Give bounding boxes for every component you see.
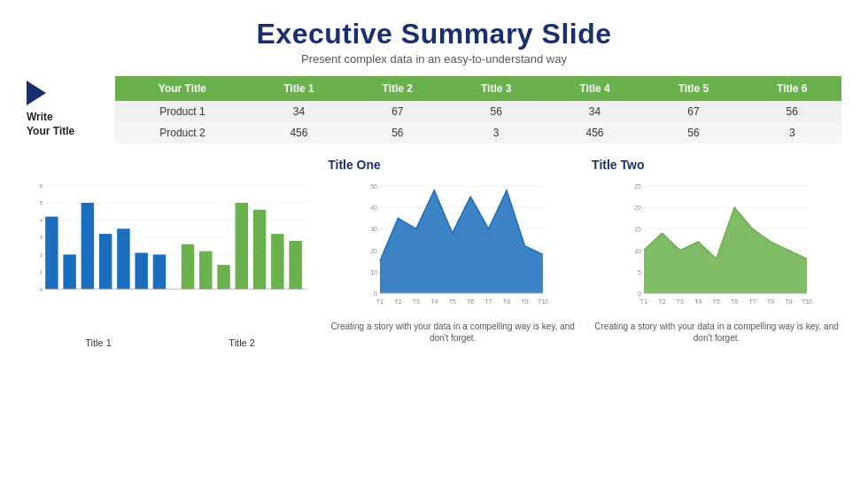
svg-rect-21: [182, 244, 194, 290]
svg-text:15: 15: [634, 226, 641, 232]
svg-text:0: 0: [638, 290, 641, 297]
bar-group2-label: Title 2: [229, 337, 255, 348]
svg-text:0: 0: [374, 290, 377, 297]
svg-text:T5: T5: [449, 298, 456, 305]
line-chart-1-svg: 01020304050T1T2T3T4T5T6T7T8T9T10: [328, 175, 577, 317]
svg-text:T6: T6: [467, 298, 474, 305]
svg-text:T3: T3: [413, 298, 420, 305]
svg-text:T8: T8: [503, 298, 510, 305]
svg-rect-16: [81, 203, 94, 289]
table-row: Product 2456563456563: [115, 122, 841, 143]
slide-subtitle: Present complex data in an easy-to-under…: [27, 52, 841, 66]
table-section: Write Your Title Your Title Title 1 Titl…: [27, 76, 841, 143]
line-chart-2-title: Title Two: [592, 158, 841, 172]
svg-text:T4: T4: [430, 298, 438, 305]
table-cell-0-2: 67: [348, 101, 446, 122]
svg-text:T5: T5: [713, 298, 720, 305]
line-chart-2: Title Two 0510152025T1T2T3T4T5T6T7T8T9T1…: [592, 158, 841, 344]
data-table: Your Title Title 1 Title 2 Title 3 Title…: [115, 76, 841, 143]
slide-title: Executive Summary Slide: [27, 18, 841, 50]
svg-text:1: 1: [40, 269, 43, 275]
col-header-5: Title 5: [644, 76, 742, 101]
svg-text:20: 20: [370, 248, 377, 254]
bar-chart-svg: 0123456: [27, 158, 314, 330]
bar-chart-labels: Title 1 Title 2: [27, 337, 314, 348]
table-cell-1-3: 3: [447, 122, 546, 143]
arrow-icon: [27, 81, 46, 105]
svg-rect-18: [117, 229, 129, 289]
svg-text:6: 6: [40, 183, 43, 189]
svg-text:40: 40: [370, 205, 377, 211]
svg-text:4: 4: [40, 218, 43, 223]
svg-text:0: 0: [40, 287, 43, 292]
table-cell-1-1: 456: [250, 122, 348, 143]
table-cell-1-5: 56: [644, 122, 742, 143]
svg-rect-22: [199, 252, 212, 290]
svg-rect-19: [135, 252, 147, 289]
bar-group1-label: Title 1: [85, 337, 112, 348]
svg-text:T2: T2: [394, 298, 401, 305]
line-chart-1: Title One 01020304050T1T2T3T4T5T6T7T8T9T…: [328, 158, 577, 344]
col-header-3: Title 3: [447, 76, 546, 101]
svg-text:T2: T2: [658, 298, 665, 305]
table-cell-1-2: 56: [348, 122, 446, 143]
line-chart-1-title: Title One: [328, 158, 577, 172]
table-row: Product 1346756346756: [115, 101, 841, 122]
svg-text:3: 3: [40, 235, 43, 240]
svg-text:T7: T7: [749, 298, 756, 305]
table-cell-1-0: Product 2: [115, 122, 250, 143]
svg-text:T1: T1: [376, 298, 384, 305]
svg-text:2: 2: [40, 252, 43, 258]
table-cell-0-0: Product 1: [115, 101, 250, 122]
table-cell-0-3: 56: [447, 101, 546, 122]
svg-rect-17: [99, 234, 112, 289]
slide: Executive Summary Slide Present complex …: [0, 0, 868, 488]
arrow-label: Write Your Title: [27, 81, 106, 138]
svg-text:T4: T4: [694, 298, 701, 305]
table-cell-0-5: 67: [644, 101, 742, 122]
svg-text:30: 30: [370, 226, 377, 232]
col-header-4: Title 4: [546, 76, 644, 101]
slide-header: Executive Summary Slide Present complex …: [27, 18, 841, 66]
svg-text:T6: T6: [731, 298, 738, 305]
col-header-0: Your Title: [115, 76, 250, 101]
svg-text:10: 10: [370, 269, 377, 275]
svg-rect-27: [289, 241, 301, 290]
col-header-1: Title 1: [250, 76, 348, 101]
table-header-row: Your Title Title 1 Title 2 Title 3 Title…: [115, 76, 841, 101]
svg-text:T7: T7: [485, 298, 492, 305]
bar-chart-container: 0123456 Title 1 Title 2: [27, 158, 314, 348]
row-label: Write Your Title: [27, 111, 74, 138]
svg-text:25: 25: [634, 183, 641, 190]
svg-text:T3: T3: [677, 298, 684, 305]
svg-text:T9: T9: [522, 298, 529, 305]
svg-text:T10: T10: [802, 298, 812, 305]
svg-text:20: 20: [634, 205, 641, 211]
table-cell-0-1: 34: [250, 101, 348, 122]
svg-rect-23: [217, 265, 229, 289]
svg-rect-26: [271, 234, 283, 289]
table-cell-0-4: 34: [546, 101, 644, 122]
col-header-6: Title 6: [743, 76, 841, 101]
svg-text:T9: T9: [786, 298, 793, 305]
line-chart-2-svg: 0510152025T1T2T3T4T5T6T7T8T9T10: [592, 175, 841, 317]
col-header-2: Title 2: [348, 76, 446, 101]
svg-text:5: 5: [638, 269, 641, 275]
svg-rect-20: [153, 254, 166, 289]
svg-text:10: 10: [634, 248, 641, 254]
svg-text:50: 50: [370, 183, 377, 190]
svg-text:5: 5: [40, 200, 43, 205]
table-cell-0-6: 56: [743, 101, 841, 122]
svg-text:T8: T8: [767, 298, 774, 305]
charts-section: 0123456 Title 1 Title 2 Title One 010203…: [27, 158, 841, 348]
svg-text:T10: T10: [538, 298, 548, 305]
svg-rect-14: [45, 217, 58, 290]
svg-rect-24: [236, 203, 248, 289]
line-chart-1-caption: Creating a story with your data in a com…: [328, 321, 577, 344]
table-cell-1-6: 3: [743, 122, 841, 143]
line-chart-2-caption: Creating a story with your data in a com…: [592, 321, 841, 344]
svg-rect-15: [63, 254, 75, 289]
svg-rect-25: [253, 210, 266, 290]
table-cell-1-4: 456: [546, 122, 644, 143]
svg-text:T1: T1: [640, 298, 647, 305]
